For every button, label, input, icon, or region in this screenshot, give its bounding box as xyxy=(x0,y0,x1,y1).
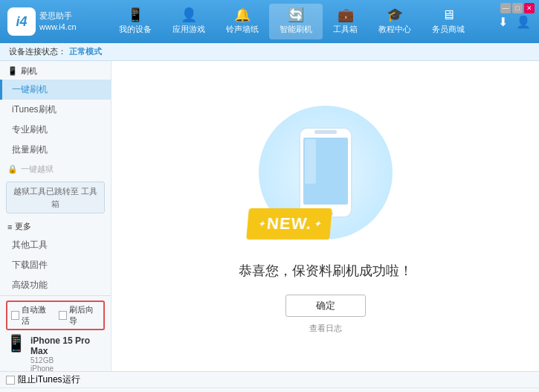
nav-tab-my-device-label: 我的设备 xyxy=(119,24,152,35)
success-message: 恭喜您，保资料刷机成功啦！ xyxy=(239,262,413,280)
device-info: iPhone 15 Pro Max 512GB iPhone xyxy=(30,335,105,371)
service-icon: 🖥 xyxy=(442,8,455,22)
flash-section-label: 刷机 xyxy=(21,65,37,77)
nav-tab-smart-flash[interactable]: 🔄 智能刷机 xyxy=(269,4,323,39)
sidebar-more-section: ≡ 更多 xyxy=(0,216,111,235)
sidebar-item-other-tools[interactable]: 其他工具 xyxy=(0,235,111,255)
sidebar-item-advanced[interactable]: 高级功能 xyxy=(0,275,111,295)
nav-tab-smart-flash-label: 智能刷机 xyxy=(280,24,312,35)
device-name: iPhone 15 Pro Max xyxy=(30,335,105,356)
sidebar-item-itunes-flash[interactable]: iTunes刷机 xyxy=(0,100,111,120)
flash-section-icon: 📱 xyxy=(7,66,18,76)
sidebar-bottom: 自动激活 刷后向导 📱 iPhone 15 Pro Max 512GB iPho… xyxy=(0,295,111,371)
device-storage: 512GB xyxy=(30,356,105,364)
tutorial-icon: 🎓 xyxy=(387,8,403,22)
nav-tab-my-device[interactable]: 📱 我的设备 xyxy=(109,4,162,39)
maximize-button[interactable]: □ xyxy=(512,3,523,13)
sidebar-item-download-fw[interactable]: 下载固件 xyxy=(0,255,111,275)
main-layout: 📱 刷机 一键刷机 iTunes刷机 专业刷机 批量刷机 🔒 一键越狱 越狱工具… xyxy=(0,61,539,371)
info-box: 越狱工具已跳转至 工具箱 xyxy=(6,181,105,213)
close-button[interactable]: ✕ xyxy=(524,3,535,13)
sidebar-item-batch-flash[interactable]: 批量刷机 xyxy=(0,140,111,160)
device-type: iPhone xyxy=(30,364,105,371)
nav-tab-tutorial-label: 教程中心 xyxy=(378,24,411,35)
logo-area: i4 爱思助手 www.i4.cn xyxy=(7,7,89,36)
svg-rect-4 xyxy=(305,139,316,184)
status-prefix: 设备连接状态： xyxy=(9,46,66,57)
user-icon[interactable]: 👤 xyxy=(515,13,532,30)
sidebar-item-pro-flash[interactable]: 专业刷机 xyxy=(0,120,111,140)
guide-after-checkbox-label[interactable]: 刷后向导 xyxy=(59,304,100,327)
smart-flash-icon: 🔄 xyxy=(288,8,304,22)
nav-tabs: 📱 我的设备 👤 应用游戏 🔔 铃声墙纸 🔄 智能刷机 💼 工具箱 🎓 xyxy=(89,4,494,39)
success-illustration: ✦ NEW. ✦ ✦ ✧ xyxy=(251,98,400,247)
confirm-button[interactable]: 确定 xyxy=(285,295,366,317)
sparkle-top-right: ✦ xyxy=(361,102,370,114)
status-bar: 设备连接状态： 正常模式 xyxy=(0,43,539,61)
nav-tab-service[interactable]: 🖥 务员商城 xyxy=(422,4,475,39)
header-right: ⬇ 👤 xyxy=(494,13,532,30)
nav-tab-apps-games[interactable]: 👤 应用游戏 xyxy=(162,4,216,39)
ringtones-icon: 🔔 xyxy=(234,8,251,22)
more-icon: ≡ xyxy=(7,222,12,231)
sidebar-disabled-jailbreak: 🔒 一键越狱 xyxy=(0,160,111,179)
download-icon[interactable]: ⬇ xyxy=(494,13,511,30)
auto-activate-label: 自动激活 xyxy=(22,304,52,327)
nav-tab-ringtones[interactable]: 🔔 铃声墙纸 xyxy=(216,4,269,39)
itunes-checkbox[interactable] xyxy=(6,376,15,385)
device-phone-icon: 📱 xyxy=(6,335,26,352)
auto-activate-checkbox[interactable] xyxy=(11,311,19,320)
nav-tab-tutorial[interactable]: 🎓 教程中心 xyxy=(368,4,422,39)
auto-activate-checkbox-label[interactable]: 自动激活 xyxy=(11,304,53,327)
app-header: i4 爱思助手 www.i4.cn 📱 我的设备 👤 应用游戏 🔔 铃声墙纸 🔄 xyxy=(0,0,539,43)
footer: V7.98.66 客服 微信公众号 检查更新 xyxy=(0,388,539,392)
sidebar-item-one-key-flash[interactable]: 一键刷机 xyxy=(0,80,111,100)
auto-activate-row: 自动激活 刷后向导 xyxy=(6,301,105,330)
toolbox-icon: 💼 xyxy=(338,8,354,22)
phone-svg xyxy=(296,124,355,221)
svg-rect-2 xyxy=(314,130,337,134)
window-controls: — □ ✕ xyxy=(500,3,535,13)
nav-tab-ringtones-label: 铃声墙纸 xyxy=(226,24,259,35)
sidebar: 📱 刷机 一键刷机 iTunes刷机 专业刷机 批量刷机 🔒 一键越狱 越狱工具… xyxy=(0,61,112,371)
app-logo-icon: i4 xyxy=(7,7,36,36)
nav-tab-toolbox[interactable]: 💼 工具箱 xyxy=(323,4,368,39)
minimize-button[interactable]: — xyxy=(500,3,511,13)
guide-after-checkbox[interactable] xyxy=(59,311,67,320)
sparkle-right: ✧ xyxy=(384,121,393,132)
view-log-link[interactable]: 查看日志 xyxy=(309,323,342,334)
logo-text: 爱思助手 www.i4.cn xyxy=(39,10,77,33)
itunes-label: 阻止iTunes运行 xyxy=(18,373,80,386)
lock-icon: 🔒 xyxy=(7,164,18,174)
new-badge: ✦ NEW. ✦ xyxy=(246,208,332,240)
main-content: ✦ NEW. ✦ ✦ ✧ 恭喜您，保资料刷机成功啦！ 确定 查看日志 xyxy=(112,61,539,371)
apps-icon: 👤 xyxy=(181,8,197,22)
guide-after-label: 刷后向导 xyxy=(69,304,100,327)
itunes-row: 阻止iTunes运行 xyxy=(0,371,539,388)
sidebar-section-flash: 📱 刷机 xyxy=(0,61,111,80)
nav-tab-apps-games-label: 应用游戏 xyxy=(172,24,205,35)
device-row: 📱 iPhone 15 Pro Max 512GB iPhone xyxy=(6,333,105,371)
nav-tab-toolbox-label: 工具箱 xyxy=(333,24,358,35)
status-value: 正常模式 xyxy=(69,46,102,57)
nav-tab-service-label: 务员商城 xyxy=(432,24,465,35)
device-icon: 📱 xyxy=(127,8,143,22)
